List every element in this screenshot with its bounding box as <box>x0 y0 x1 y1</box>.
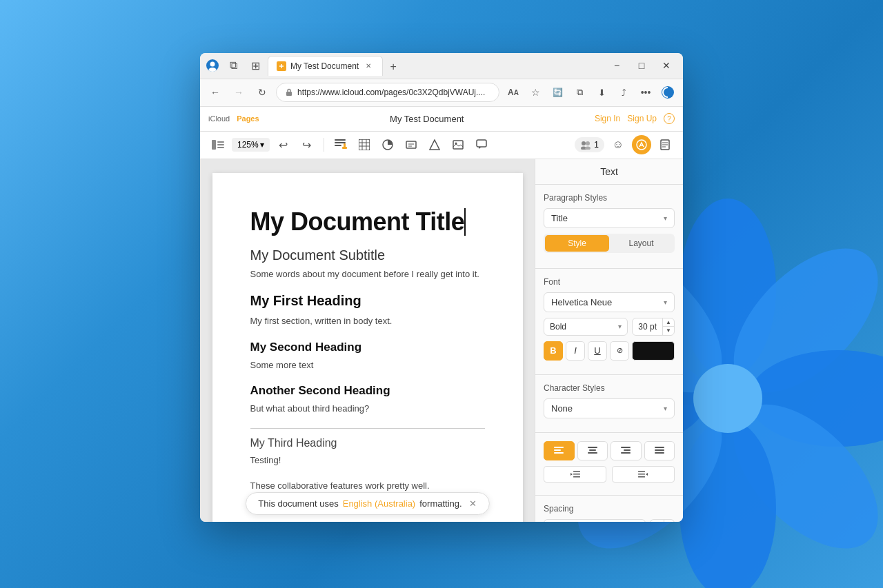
alignment-section <box>535 433 683 496</box>
more-options-icon[interactable]: ••• <box>636 83 655 102</box>
redo-btn[interactable]: ↪ <box>297 135 317 154</box>
align-justify-btn[interactable] <box>644 441 675 460</box>
indent-decrease-btn[interactable] <box>544 466 606 483</box>
insert-shape-btn[interactable] <box>425 135 444 154</box>
svg-rect-34 <box>453 141 463 149</box>
font-size-down-btn[interactable]: ▼ <box>663 327 674 335</box>
document-subtitle[interactable]: My Document Subtitle <box>250 247 485 263</box>
insert-textbox-btn[interactable] <box>401 135 421 154</box>
collaborators-btn[interactable]: 1 <box>575 137 604 152</box>
tab-grid-icon[interactable]: ⊞ <box>246 56 265 75</box>
sidebar-toggle-btn[interactable] <box>208 135 228 154</box>
document-intro[interactable]: Some words about my document before I re… <box>250 267 485 281</box>
format-panel-btn[interactable] <box>632 135 651 154</box>
document-area[interactable]: My Document Title My Document Subtitle S… <box>200 159 535 522</box>
undo-btn[interactable]: ↩ <box>274 135 293 154</box>
notification-close-btn[interactable]: ✕ <box>469 498 477 509</box>
help-icon[interactable]: ? <box>664 113 675 124</box>
svg-rect-23 <box>342 147 347 149</box>
download-icon[interactable]: ⬇ <box>592 83 611 102</box>
insert-table-btn[interactable] <box>355 135 374 154</box>
h2b-body-text[interactable]: But what about third heading? <box>250 402 485 416</box>
tab-close-btn[interactable]: ✕ <box>363 61 374 72</box>
refresh-btn[interactable]: ↻ <box>252 83 272 102</box>
font-size-value[interactable]: 30 pt <box>633 318 662 335</box>
new-tab-btn[interactable]: + <box>384 58 402 76</box>
svg-rect-55 <box>621 452 631 454</box>
font-family-dropdown[interactable]: Helvetica Neue ▾ <box>544 292 675 312</box>
sign-up-link[interactable]: Sign Up <box>627 114 657 123</box>
italic-btn[interactable]: I <box>566 341 585 361</box>
edge-icon[interactable] <box>658 83 677 102</box>
refresh2-icon[interactable]: 🔄 <box>548 83 567 102</box>
close-btn[interactable]: ✕ <box>655 57 677 74</box>
h1-body-text[interactable]: My first section, written in body text. <box>250 314 485 328</box>
sign-in-link[interactable]: Sign In <box>595 114 620 123</box>
address-bar[interactable]: https://www.icloud.com/pages/0c3X2QdbjVW… <box>276 83 499 102</box>
back-btn[interactable]: ← <box>206 83 225 102</box>
maximize-btn[interactable]: □ <box>631 57 653 74</box>
document-title[interactable]: My Document Title <box>250 207 485 236</box>
bold-btn[interactable]: B <box>544 341 563 361</box>
h2a-body-text[interactable]: Some more text <box>250 358 485 372</box>
svg-point-2 <box>748 350 883 447</box>
character-style-dropdown[interactable]: None ▾ <box>544 398 675 418</box>
paragraph-styles-label: Paragraph Styles <box>544 193 675 203</box>
notification-locale-link[interactable]: English (Australia) <box>343 498 416 509</box>
collab-count: 1 <box>594 140 599 150</box>
heading-3[interactable]: My Third Heading <box>250 428 485 449</box>
document-page[interactable]: My Document Title My Document Subtitle S… <box>212 173 523 522</box>
text-color-swatch[interactable] <box>632 341 675 361</box>
zoom-control[interactable]: 125% ▾ <box>232 138 270 152</box>
favorites-icon[interactable]: ☆ <box>526 83 545 102</box>
style-tab[interactable]: Style <box>545 235 609 252</box>
align-center-btn[interactable] <box>577 441 608 460</box>
svg-rect-15 <box>212 140 216 150</box>
svg-rect-36 <box>477 140 486 147</box>
svg-rect-64 <box>638 476 645 478</box>
insert-comment-btn[interactable] <box>472 135 491 154</box>
paragraph-style-chevron: ▾ <box>664 214 667 222</box>
font-size-up-btn[interactable]: ▲ <box>663 318 674 327</box>
spacing-section: Spacing Lines ▾ 1 ▲ ▼ Before <box>535 496 683 522</box>
h3-body-text1[interactable]: Testing! <box>250 454 485 467</box>
heading-1[interactable]: My First Heading <box>250 293 485 309</box>
h3-body-text2[interactable]: These collaborative features work pretty… <box>250 479 485 493</box>
active-tab[interactable]: My Test Document ✕ <box>268 56 383 76</box>
layout-tab[interactable]: Layout <box>609 235 673 252</box>
document-panel-btn[interactable] <box>655 135 675 154</box>
font-size-control: 30 pt ▲ ▼ <box>632 318 675 336</box>
paragraph-style-dropdown[interactable]: Title ▾ <box>544 208 675 228</box>
heading-2b[interactable]: Another Second Heading <box>250 384 485 398</box>
minimize-btn[interactable]: − <box>606 57 628 74</box>
svg-point-10 <box>210 62 215 67</box>
spacing-type-dropdown[interactable]: Lines ▾ <box>544 519 646 522</box>
svg-rect-48 <box>554 449 561 451</box>
insert-text-btn[interactable] <box>331 135 350 154</box>
browser-profile-icon[interactable] <box>206 59 219 72</box>
svg-rect-50 <box>588 447 597 448</box>
font-weight-dropdown[interactable]: Bold ▾ <box>544 318 628 336</box>
reader-view-icon[interactable]: AA <box>504 83 523 102</box>
svg-point-11 <box>209 68 217 72</box>
svg-point-0 <box>679 199 776 378</box>
strikethrough-btn[interactable]: ⊘ <box>610 341 629 361</box>
underline-btn[interactable]: U <box>588 341 607 361</box>
pages-label[interactable]: Pages <box>237 114 259 123</box>
align-right-btn[interactable] <box>611 441 642 460</box>
spacing-up-btn[interactable]: ▲ <box>664 520 674 522</box>
split-view-icon[interactable]: ⧉ <box>570 83 589 102</box>
align-left-btn[interactable] <box>544 441 575 460</box>
insert-chart-btn[interactable] <box>378 135 397 154</box>
insert-media-btn[interactable] <box>448 135 468 154</box>
heading-2a[interactable]: My Second Heading <box>250 341 485 354</box>
copy-icon[interactable]: ⧉ <box>224 56 243 75</box>
h2b-section: Another Second Heading But what about th… <box>250 384 485 416</box>
spacing-value[interactable]: 1 <box>651 520 664 522</box>
font-weight-chevron: ▾ <box>618 323 622 330</box>
font-chevron: ▾ <box>664 298 667 306</box>
svg-rect-60 <box>573 474 580 475</box>
share-icon[interactable]: ⤴ <box>614 83 633 102</box>
emoji-btn[interactable]: ☺ <box>608 135 628 154</box>
indent-increase-btn[interactable] <box>612 466 675 483</box>
